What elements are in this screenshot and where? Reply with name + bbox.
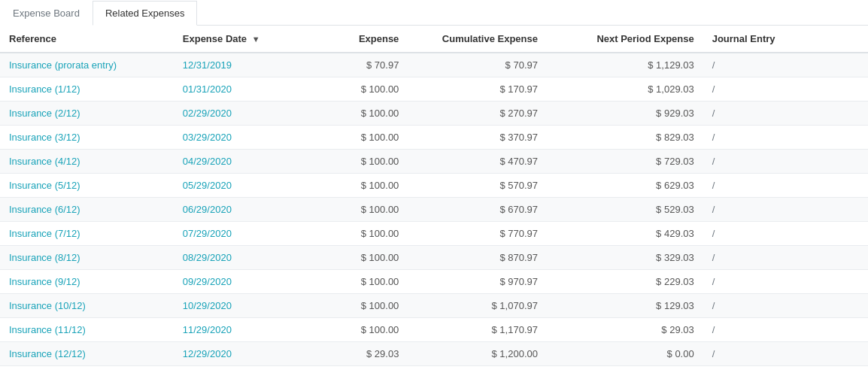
cell-expense-date: 12/29/2020 [174, 342, 296, 366]
cell-expense-date: 02/29/2020 [174, 102, 296, 126]
cell-reference[interactable]: Insurance (prorata entry) [0, 53, 174, 77]
cell-cumulative-expense: $ 570.97 [408, 174, 547, 198]
cell-reference[interactable]: Insurance (12/12) [0, 342, 174, 366]
table-row: Insurance (12/12) 12/29/2020 $ 29.03 $ 1… [0, 342, 868, 366]
cell-journal-entry[interactable]: / [703, 53, 868, 77]
cell-expense-date: 11/29/2020 [174, 318, 296, 342]
cell-next-period-expense: $ 1,129.03 [547, 53, 703, 77]
table-row: Insurance (3/12) 03/29/2020 $ 100.00 $ 3… [0, 126, 868, 150]
cell-journal-entry[interactable]: / [703, 150, 868, 174]
table-row: Insurance (11/12) 11/29/2020 $ 100.00 $ … [0, 318, 868, 342]
cell-reference[interactable]: Insurance (3/12) [0, 126, 174, 150]
cell-cumulative-expense: $ 770.97 [408, 222, 547, 246]
table-row: Insurance (8/12) 08/29/2020 $ 100.00 $ 8… [0, 246, 868, 270]
cell-expense-date: 10/29/2020 [174, 294, 296, 318]
table-row: Insurance (6/12) 06/29/2020 $ 100.00 $ 6… [0, 198, 868, 222]
cell-expense: $ 100.00 [295, 318, 408, 342]
cell-next-period-expense: $ 729.03 [547, 150, 703, 174]
cell-expense-date: 01/31/2020 [174, 77, 296, 102]
cell-expense: $ 100.00 [295, 77, 408, 102]
cell-journal-entry[interactable]: / [703, 246, 868, 270]
tabs-container: Expense Board Related Expenses [0, 0, 868, 26]
table-header-row: Reference Expense Date ▼ Expense Cumulat… [0, 26, 868, 53]
cell-journal-entry[interactable]: / [703, 342, 868, 366]
cell-cumulative-expense: $ 870.97 [408, 246, 547, 270]
cell-expense-date: 06/29/2020 [174, 198, 296, 222]
cell-next-period-expense: $ 929.03 [547, 102, 703, 126]
cell-expense: $ 70.97 [295, 53, 408, 77]
cell-reference[interactable]: Insurance (6/12) [0, 198, 174, 222]
cell-next-period-expense: $ 429.03 [547, 222, 703, 246]
cell-expense-date: 03/29/2020 [174, 126, 296, 150]
cell-expense: $ 100.00 [295, 246, 408, 270]
cell-reference[interactable]: Insurance (4/12) [0, 150, 174, 174]
cell-cumulative-expense: $ 270.97 [408, 102, 547, 126]
table-row: Insurance (9/12) 09/29/2020 $ 100.00 $ 9… [0, 270, 868, 294]
cell-reference[interactable]: Insurance (8/12) [0, 246, 174, 270]
tab-expense-board[interactable]: Expense Board [0, 1, 93, 26]
col-header-expense-date[interactable]: Expense Date ▼ [174, 26, 296, 53]
cell-reference[interactable]: Insurance (1/12) [0, 77, 174, 102]
table-row: Insurance (10/12) 10/29/2020 $ 100.00 $ … [0, 294, 868, 318]
cell-expense-date: 09/29/2020 [174, 270, 296, 294]
cell-journal-entry[interactable]: / [703, 222, 868, 246]
cell-cumulative-expense: $ 370.97 [408, 126, 547, 150]
cell-reference[interactable]: Insurance (9/12) [0, 270, 174, 294]
cell-journal-entry[interactable]: / [703, 126, 868, 150]
expenses-table: Reference Expense Date ▼ Expense Cumulat… [0, 26, 868, 366]
table-row: Insurance (prorata entry) 12/31/2019 $ 7… [0, 53, 868, 77]
cell-cumulative-expense: $ 1,200.00 [408, 342, 547, 366]
tab-related-expenses[interactable]: Related Expenses [93, 1, 198, 26]
cell-expense: $ 100.00 [295, 294, 408, 318]
cell-journal-entry[interactable]: / [703, 198, 868, 222]
table-row: Insurance (2/12) 02/29/2020 $ 100.00 $ 2… [0, 102, 868, 126]
tab-bar: Expense Board Related Expenses [0, 0, 868, 26]
col-header-expense: Expense [295, 26, 408, 53]
table-row: Insurance (4/12) 04/29/2020 $ 100.00 $ 4… [0, 150, 868, 174]
table-row: Insurance (5/12) 05/29/2020 $ 100.00 $ 5… [0, 174, 868, 198]
col-header-reference: Reference [0, 26, 174, 53]
cell-cumulative-expense: $ 1,070.97 [408, 294, 547, 318]
cell-expense: $ 29.03 [295, 342, 408, 366]
cell-expense: $ 100.00 [295, 198, 408, 222]
cell-next-period-expense: $ 229.03 [547, 270, 703, 294]
cell-expense: $ 100.00 [295, 126, 408, 150]
cell-next-period-expense: $ 329.03 [547, 246, 703, 270]
cell-journal-entry[interactable]: / [703, 102, 868, 126]
table-row: Insurance (7/12) 07/29/2020 $ 100.00 $ 7… [0, 222, 868, 246]
sort-arrow-icon: ▼ [252, 35, 260, 44]
cell-next-period-expense: $ 0.00 [547, 342, 703, 366]
cell-reference[interactable]: Insurance (7/12) [0, 222, 174, 246]
cell-expense: $ 100.00 [295, 102, 408, 126]
col-header-journal-entry: Journal Entry [703, 26, 868, 53]
table-row: Insurance (1/12) 01/31/2020 $ 100.00 $ 1… [0, 77, 868, 102]
cell-expense: $ 100.00 [295, 174, 408, 198]
cell-cumulative-expense: $ 1,170.97 [408, 318, 547, 342]
cell-journal-entry[interactable]: / [703, 318, 868, 342]
cell-expense-date: 07/29/2020 [174, 222, 296, 246]
cell-cumulative-expense: $ 970.97 [408, 270, 547, 294]
cell-cumulative-expense: $ 170.97 [408, 77, 547, 102]
cell-journal-entry[interactable]: / [703, 294, 868, 318]
table-body: Insurance (prorata entry) 12/31/2019 $ 7… [0, 53, 868, 366]
cell-cumulative-expense: $ 470.97 [408, 150, 547, 174]
cell-next-period-expense: $ 129.03 [547, 294, 703, 318]
cell-reference[interactable]: Insurance (5/12) [0, 174, 174, 198]
cell-reference[interactable]: Insurance (11/12) [0, 318, 174, 342]
cell-reference[interactable]: Insurance (2/12) [0, 102, 174, 126]
cell-next-period-expense: $ 829.03 [547, 126, 703, 150]
col-header-next-period-expense: Next Period Expense [547, 26, 703, 53]
cell-expense: $ 100.00 [295, 222, 408, 246]
cell-journal-entry[interactable]: / [703, 174, 868, 198]
cell-journal-entry[interactable]: / [703, 77, 868, 102]
table-container: Reference Expense Date ▼ Expense Cumulat… [0, 26, 868, 366]
cell-expense: $ 100.00 [295, 150, 408, 174]
cell-cumulative-expense: $ 70.97 [408, 53, 547, 77]
cell-expense-date: 04/29/2020 [174, 150, 296, 174]
cell-next-period-expense: $ 629.03 [547, 174, 703, 198]
cell-expense: $ 100.00 [295, 270, 408, 294]
cell-journal-entry[interactable]: / [703, 270, 868, 294]
col-header-cumulative-expense: Cumulative Expense [408, 26, 547, 53]
cell-next-period-expense: $ 529.03 [547, 198, 703, 222]
cell-reference[interactable]: Insurance (10/12) [0, 294, 174, 318]
